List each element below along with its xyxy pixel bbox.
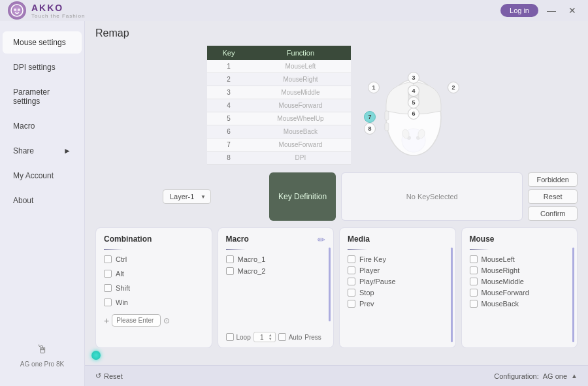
config-section: Configuration: AG one ▲ bbox=[494, 372, 578, 380]
layer-select[interactable]: Layer-1 Layer-2 Layer-3 bbox=[163, 189, 211, 204]
combo-shift-row: Shift bbox=[104, 284, 204, 292]
firekey-checkbox[interactable] bbox=[348, 255, 355, 263]
auto-checkbox[interactable] bbox=[278, 333, 286, 341]
mouse-btn-4[interactable]: 4 bbox=[408, 85, 419, 97]
mousemiddle-checkbox[interactable] bbox=[470, 278, 478, 285]
mouse-btn-6[interactable]: 6 bbox=[408, 108, 419, 120]
combo-ctrl-row: Ctrl bbox=[104, 255, 204, 263]
prev-checkbox[interactable] bbox=[348, 300, 355, 308]
player-checkbox[interactable] bbox=[348, 266, 355, 274]
top-section: Key Function 1MouseLeft 2MouseRight 3Mou… bbox=[95, 46, 578, 165]
reset-status-label: Reset bbox=[104, 372, 123, 380]
win-checkbox[interactable] bbox=[104, 298, 112, 306]
forbidden-button[interactable]: Forbidden bbox=[528, 172, 578, 187]
media-item-player: Player bbox=[348, 266, 448, 274]
config-name: AG one bbox=[543, 372, 567, 380]
page-title: Remap bbox=[95, 27, 578, 39]
sidebar-item-macro[interactable]: Macro bbox=[3, 115, 82, 137]
table-row[interactable]: 5MouseWheelUp bbox=[207, 112, 351, 125]
press-label: Press bbox=[304, 334, 321, 341]
mouse-btn-8[interactable]: 8 bbox=[364, 123, 376, 135]
col-function-header: Function bbox=[250, 46, 351, 60]
sidebar-item-my-account[interactable]: My Account bbox=[3, 165, 82, 187]
table-row[interactable]: 6MouseBack bbox=[207, 125, 351, 138]
config-expand-icon[interactable]: ▲ bbox=[571, 372, 578, 379]
media-panel: Media Fire Key Player Play/Pause Stop bbox=[339, 227, 456, 348]
sidebar-item-parameter-settings[interactable]: Parameter settings bbox=[3, 81, 82, 112]
mouseforward-checkbox[interactable] bbox=[470, 289, 478, 297]
table-row[interactable]: 7MouseForward bbox=[207, 138, 351, 152]
macro1-checkbox[interactable] bbox=[226, 255, 234, 263]
device-icon: 🖱 bbox=[10, 343, 74, 357]
table-row[interactable]: 3MouseMiddle bbox=[207, 86, 351, 99]
mouse-diagram: 1 2 3 4 5 6 7 8 bbox=[361, 46, 466, 163]
svg-rect-12 bbox=[385, 123, 389, 131]
share-arrow-icon: ► bbox=[63, 146, 71, 155]
mouseback-checkbox[interactable] bbox=[470, 300, 478, 308]
firekey-name: Fire Key bbox=[359, 255, 386, 263]
macro-item-1: Macro_1 bbox=[226, 255, 326, 263]
player-name: Player bbox=[359, 266, 380, 274]
macro-item-2: Macro_2 bbox=[226, 267, 326, 275]
device-name: AG one Pro 8K bbox=[10, 361, 74, 368]
col-key-header: Key bbox=[207, 46, 250, 60]
mouseback-name: MouseBack bbox=[482, 300, 519, 308]
mouse-item-forward: MouseForward bbox=[470, 289, 570, 297]
combo-input[interactable] bbox=[112, 314, 161, 327]
macro1-name: Macro_1 bbox=[238, 255, 266, 263]
combo-alt-row: Alt bbox=[104, 270, 204, 278]
stop-checkbox[interactable] bbox=[348, 289, 355, 297]
mouse-btn-7[interactable]: 7 bbox=[364, 111, 376, 123]
brand-name: AKKO bbox=[31, 3, 85, 13]
table-row[interactable]: 1MouseLeft bbox=[207, 60, 351, 73]
macro-footer: Loop 1 ▲▼ Auto Press bbox=[226, 332, 326, 342]
macro-panel-title: Macro bbox=[226, 234, 326, 244]
login-button[interactable]: Log in bbox=[500, 4, 538, 17]
playpause-name: Play/Pause bbox=[359, 278, 396, 285]
layer-select-wrap[interactable]: Layer-1 Layer-2 Layer-3 bbox=[163, 189, 211, 204]
combo-input-icon[interactable]: ⊙ bbox=[163, 316, 170, 325]
table-row[interactable]: 2MouseRight bbox=[207, 73, 351, 86]
macro-divider bbox=[226, 249, 246, 250]
shift-checkbox[interactable] bbox=[104, 284, 112, 292]
loop-checkbox[interactable] bbox=[226, 333, 234, 341]
combo-win-row: Win bbox=[104, 298, 204, 306]
macro-arrows[interactable]: ▲▼ bbox=[269, 333, 272, 341]
mousemiddle-name: MouseMiddle bbox=[482, 278, 524, 285]
macro2-checkbox[interactable] bbox=[226, 267, 234, 275]
reset-status-button[interactable]: ↺ Reset bbox=[95, 372, 123, 380]
macro-scrollbar bbox=[329, 248, 331, 321]
media-item-firekey: Fire Key bbox=[348, 255, 448, 263]
auto-label: Auto bbox=[289, 334, 302, 341]
alt-checkbox[interactable] bbox=[104, 270, 112, 278]
bottom-panels: Combination Ctrl Alt Shift bbox=[95, 227, 578, 348]
minimize-button[interactable]: — bbox=[544, 3, 559, 18]
ctrl-checkbox[interactable] bbox=[104, 255, 112, 263]
media-item-prev: Prev bbox=[348, 300, 448, 308]
macro-edit-icon[interactable]: ✏ bbox=[318, 234, 325, 245]
loop-label: Loop bbox=[237, 334, 251, 341]
media-title: Media bbox=[348, 234, 448, 244]
alt-label: Alt bbox=[116, 270, 124, 278]
mouse-item-right: MouseRight bbox=[470, 266, 570, 274]
confirm-button[interactable]: Confirm bbox=[528, 206, 578, 221]
win-label: Win bbox=[116, 298, 128, 306]
sidebar-item-dpi-settings[interactable]: DPI settings bbox=[3, 56, 82, 78]
mouse-btn-5[interactable]: 5 bbox=[408, 97, 419, 108]
sidebar-item-about[interactable]: About bbox=[3, 189, 82, 212]
mouse-btn-3[interactable]: 3 bbox=[408, 72, 419, 84]
mouse-btn-1[interactable]: 1 bbox=[368, 82, 380, 93]
table-row[interactable]: 4MouseForward bbox=[207, 99, 351, 112]
reset-key-button[interactable]: Reset bbox=[528, 189, 578, 204]
playpause-checkbox[interactable] bbox=[348, 278, 355, 285]
plus-icon: + bbox=[104, 315, 109, 326]
mouseright-checkbox[interactable] bbox=[470, 266, 478, 274]
prev-name: Prev bbox=[359, 300, 374, 308]
mouseleft-checkbox[interactable] bbox=[470, 255, 478, 263]
table-row[interactable]: 8DPI bbox=[207, 152, 351, 165]
sidebar-item-mouse-settings[interactable]: Mouse settings bbox=[3, 31, 82, 54]
led-indicator bbox=[91, 351, 101, 360]
close-button[interactable]: ✕ bbox=[564, 3, 580, 18]
sidebar-item-share[interactable]: Share ► bbox=[3, 140, 82, 162]
mouse-btn-2[interactable]: 2 bbox=[448, 82, 459, 93]
